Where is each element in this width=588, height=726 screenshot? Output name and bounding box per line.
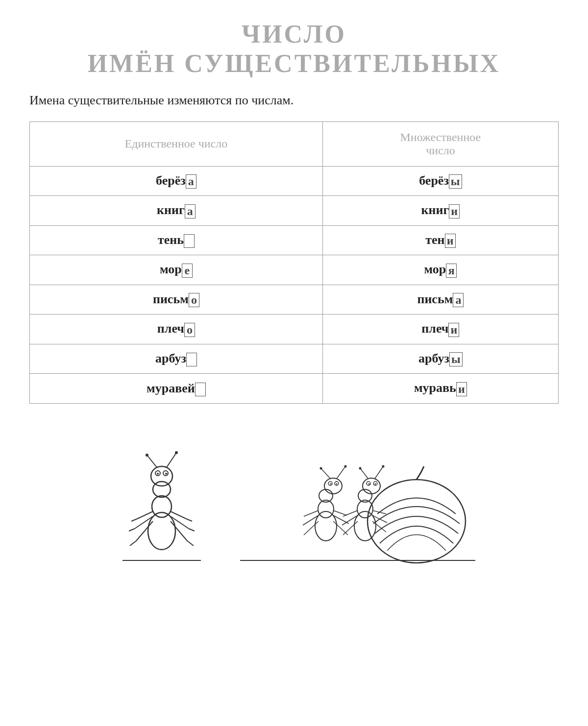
svg-line-14: [136, 521, 153, 541]
table-row: плечоплечи: [30, 315, 559, 344]
svg-point-11: [175, 451, 178, 454]
svg-point-25: [368, 480, 466, 563]
svg-line-38: [304, 510, 318, 516]
svg-point-6: [157, 473, 159, 475]
table-row: письмописьма: [30, 285, 559, 315]
svg-line-8: [147, 455, 157, 467]
plural-cell: тени: [322, 225, 558, 255]
svg-line-59: [372, 510, 386, 514]
svg-point-0: [148, 512, 175, 550]
col-plural-header: Множественноечисло: [322, 121, 558, 166]
svg-point-27: [318, 500, 334, 518]
single-ant-illustration: [113, 443, 211, 570]
singular-cell: письмо: [30, 285, 323, 315]
table-row: мореморя: [30, 255, 559, 285]
svg-point-33: [336, 483, 338, 484]
singular-cell: берёза: [30, 166, 323, 196]
plural-cell: арбузы: [322, 344, 558, 374]
table-row: теньтени: [30, 225, 559, 255]
intro-text: Имена существительные изменяются по числ…: [29, 93, 559, 108]
svg-line-56: [343, 510, 358, 516]
table-row: муравеймуравьи: [30, 374, 559, 404]
singular-cell: море: [30, 255, 323, 285]
svg-point-50: [368, 483, 370, 484]
svg-line-18: [131, 519, 137, 521]
svg-line-35: [337, 466, 345, 479]
plural-cell: плечи: [322, 315, 558, 344]
plural-cell: книги: [322, 196, 558, 226]
svg-line-20: [130, 541, 136, 546]
svg-line-22: [189, 529, 195, 531]
svg-line-23: [187, 541, 194, 546]
nouns-table: Единственное число Множественноечисло бе…: [29, 121, 559, 404]
page-title: ЧИСЛО ИМЁН СУЩЕСТВИТЕЛЬНЫХ: [29, 20, 559, 78]
col-singular-header: Единственное число: [30, 121, 323, 166]
svg-point-32: [330, 483, 332, 484]
plural-cell: письма: [322, 285, 558, 315]
singular-cell: книга: [30, 196, 323, 226]
plural-cell: муравьи: [322, 374, 558, 404]
svg-point-54: [359, 467, 362, 469]
singular-cell: тень: [30, 225, 323, 255]
svg-line-21: [186, 519, 192, 521]
ants-watermelon-illustration: [240, 423, 475, 570]
svg-point-45: [357, 500, 373, 518]
svg-point-3: [151, 466, 172, 486]
svg-point-51: [375, 483, 376, 484]
svg-line-19: [129, 529, 135, 531]
table-row: берёзаберёзы: [30, 166, 559, 196]
plural-cell: берёзы: [322, 166, 558, 196]
svg-point-10: [146, 454, 148, 457]
singular-cell: плечо: [30, 315, 323, 344]
svg-line-53: [375, 466, 383, 479]
svg-point-36: [320, 467, 322, 469]
svg-line-17: [171, 521, 187, 541]
svg-point-29: [324, 478, 342, 494]
svg-line-34: [321, 468, 331, 479]
svg-line-9: [167, 453, 176, 467]
svg-line-41: [333, 510, 347, 515]
svg-point-55: [382, 465, 385, 467]
svg-point-1: [152, 496, 172, 517]
singular-cell: муравей: [30, 374, 323, 404]
plural-cell: моря: [322, 255, 558, 285]
singular-cell: арбуз: [30, 344, 323, 374]
table-row: арбузарбузы: [30, 344, 559, 374]
svg-point-47: [363, 478, 380, 494]
table-row: книгакниги: [30, 196, 559, 226]
svg-point-7: [165, 473, 167, 475]
svg-line-52: [360, 468, 368, 479]
svg-point-37: [344, 465, 347, 467]
illustration-area: [29, 423, 559, 580]
